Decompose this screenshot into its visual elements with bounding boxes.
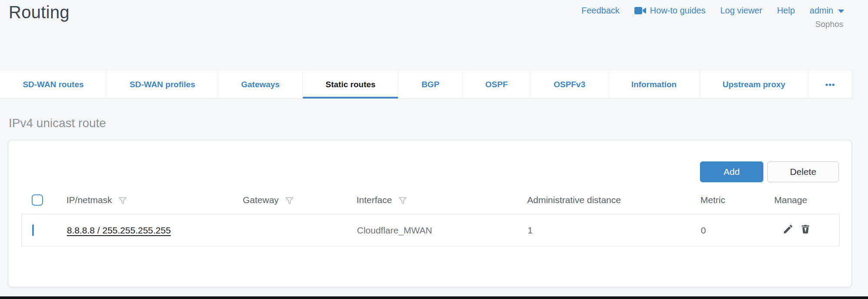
gateway-header-label: Gateway [243,195,279,205]
column-header-manage: Manage [774,195,838,205]
static-routes-card: Add Delete IP/netmask Gateway Interface [8,140,852,287]
ip-netmask-link[interactable]: 8.8.8.8 / 255.255.255.255 [67,225,171,235]
admin-menu[interactable]: admin [810,6,844,16]
column-header-ip-netmask: IP/netmask [66,194,243,206]
column-header-metric: Metric [700,195,774,205]
page-title: Routing [9,3,69,22]
select-all-cell [21,194,66,206]
column-header-admin-distance: Administrative distance [527,195,700,205]
row-checkbox[interactable] [32,224,34,236]
tab-gateways[interactable]: Gateways [218,70,303,99]
tab-upstream-proxy[interactable]: Upstream proxy [700,70,809,99]
tab-static-routes[interactable]: Static routes [303,70,399,99]
metric-cell: 0 [701,225,775,236]
interface-cell: Cloudflare_MWAN [357,225,528,236]
ip-netmask-cell: 8.8.8.8 / 255.255.255.255 [67,225,243,236]
brand-label: Sophos [815,20,843,29]
video-camera-icon [634,7,646,15]
column-header-interface: Interface [356,194,527,206]
howto-guides-label: How-to guides [650,6,706,16]
column-header-gateway: Gateway [243,194,356,206]
tab-ospf[interactable]: OSPF [462,70,531,99]
log-viewer-link[interactable]: Log viewer [720,6,762,16]
metric-header-label: Metric [700,195,725,205]
feedback-link[interactable]: Feedback [581,6,620,16]
help-link[interactable]: Help [777,6,795,16]
filter-funnel-icon[interactable] [398,194,408,206]
routing-tab-bar: SD-WAN routes SD-WAN profiles Gateways S… [0,70,852,99]
log-viewer-label: Log viewer [720,6,762,16]
table-toolbar: Add Delete [700,161,839,182]
filter-funnel-icon[interactable] [118,194,128,206]
top-navigation: Feedback How-to guides Log viewer Help a… [581,6,844,16]
section-heading: IPv4 unicast route [9,116,106,130]
table-header-row: IP/netmask Gateway Interface [21,190,838,210]
interface-header-label: Interface [356,195,392,205]
help-label: Help [777,6,795,16]
feedback-link-label: Feedback [581,6,620,16]
select-all-checkbox[interactable] [32,194,43,206]
ip-netmask-header-label: IP/netmask [66,195,112,205]
admin-menu-label: admin [810,6,833,16]
tab-bgp[interactable]: BGP [399,70,462,99]
caret-down-icon [838,10,844,13]
bottom-edge-strip [0,296,868,299]
manage-cell [782,223,839,237]
page-header: Routing Feedback How-to guides Log viewe… [0,0,868,70]
row-select-cell [22,225,67,236]
add-button[interactable]: Add [700,161,763,182]
table-row: 8.8.8.8 / 255.255.255.255 Cloudflare_MWA… [21,214,840,246]
tab-more-ellipsis[interactable]: ••• [809,70,852,99]
trash-icon[interactable] [800,223,811,237]
admin-distance-header-label: Administrative distance [527,195,621,205]
tab-sdwan-profiles[interactable]: SD-WAN profiles [107,70,218,99]
tab-ospfv3[interactable]: OSPFv3 [531,70,609,99]
tab-sdwan-routes[interactable]: SD-WAN routes [0,70,107,99]
filter-funnel-icon[interactable] [284,194,294,206]
delete-button[interactable]: Delete [767,161,839,182]
admin-distance-cell: 1 [528,225,701,236]
tab-information[interactable]: Information [608,70,700,99]
manage-header-label: Manage [774,195,807,205]
howto-guides-link[interactable]: How-to guides [634,6,706,16]
edit-pencil-icon[interactable] [782,223,794,237]
